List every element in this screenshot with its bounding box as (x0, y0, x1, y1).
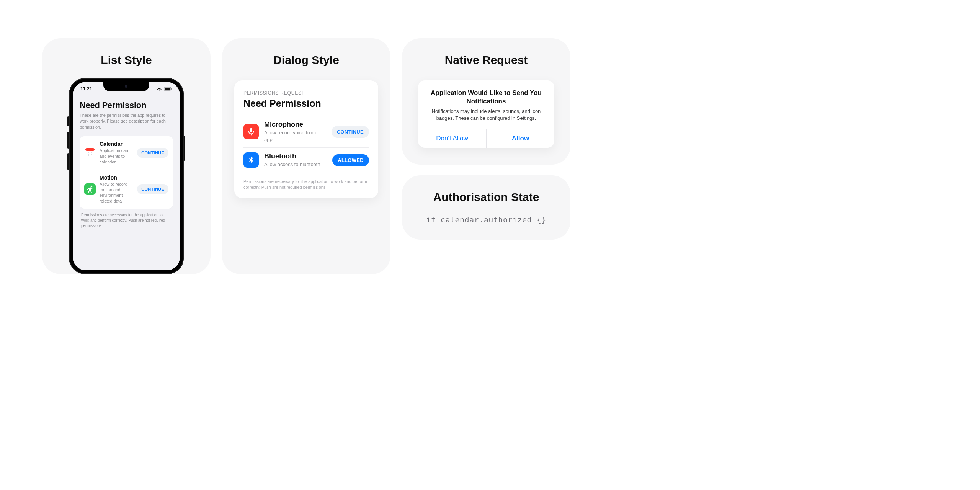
svg-point-13 (91, 154, 92, 155)
svg-point-6 (88, 152, 89, 153)
panel-title-dialog: Dialog Style (273, 54, 339, 67)
auth-code-snippet: if calendar.authorized {} (426, 215, 546, 224)
list-item-desc: Application can add events to calendar (100, 148, 133, 165)
battery-icon (164, 87, 172, 91)
dialog-item-title: Bluetooth (264, 152, 327, 160)
continue-button[interactable]: CONTINUE (137, 148, 168, 158)
permissions-card: Calendar Application can add events to c… (80, 136, 173, 209)
list-footer-note: Permissions are necessary for the applic… (80, 209, 173, 229)
calendar-icon (84, 147, 96, 158)
motion-icon (84, 183, 96, 195)
svg-rect-1 (165, 87, 170, 90)
svg-point-7 (90, 152, 90, 153)
svg-point-17 (90, 155, 90, 156)
microphone-icon (243, 124, 259, 139)
list-heading: Need Permission (80, 100, 173, 110)
panel-list-style: List Style 11:21 (42, 38, 211, 274)
dialog-item-desc: Allow record voice from app (264, 129, 322, 143)
status-time: 11:21 (80, 86, 92, 91)
svg-point-8 (91, 152, 92, 153)
list-item-desc: Allow to record motion and environment-r… (100, 181, 133, 204)
svg-point-16 (88, 155, 89, 156)
panel-title-auth: Authorisation State (433, 191, 539, 204)
native-alert-body: Notifications may include alerts, sounds… (428, 108, 544, 122)
list-item: Calendar Application can add events to c… (84, 136, 168, 170)
panel-native-request: Native Request Application Would Like to… (402, 38, 570, 165)
dialog-item: Microphone Allow record voice from app C… (243, 116, 369, 147)
list-item-title: Motion (100, 175, 133, 181)
panel-dialog-style: Dialog Style PERMISSIONS REQUEST Need Pe… (222, 38, 390, 274)
continue-button[interactable]: CONTINUE (332, 126, 369, 138)
list-item: Motion Allow to record motion and enviro… (84, 170, 168, 209)
svg-point-14 (93, 154, 93, 155)
svg-rect-2 (171, 88, 172, 90)
continue-button[interactable]: CONTINUE (137, 184, 168, 194)
phone-side-button (67, 116, 69, 126)
native-alert: Application Would Like to Send You Notif… (418, 80, 554, 148)
dont-allow-button[interactable]: Don't Allow (418, 129, 486, 148)
phone-side-button (67, 153, 69, 170)
native-alert-title: Application Would Like to Send You Notif… (428, 89, 544, 106)
svg-point-10 (87, 154, 87, 155)
wifi-icon (157, 87, 162, 91)
svg-point-12 (90, 154, 90, 155)
panel-title-native: Native Request (445, 54, 528, 67)
phone-side-button (184, 136, 185, 161)
phone-side-button (67, 132, 69, 149)
svg-point-15 (87, 155, 87, 156)
svg-point-9 (93, 152, 93, 153)
svg-point-11 (88, 154, 89, 155)
dialog-heading: Need Permission (243, 98, 369, 109)
dialog-footer-note: Permissions are necessary for the applic… (243, 179, 369, 191)
dialog-card: PERMISSIONS REQUEST Need Permission Micr… (234, 80, 378, 198)
svg-rect-4 (85, 148, 95, 151)
list-item-title: Calendar (100, 141, 133, 147)
phone-notch (103, 82, 149, 91)
dialog-item-title: Microphone (264, 121, 326, 129)
dialog-item-desc: Allow access to bluetooth (264, 161, 322, 168)
allow-button[interactable]: Allow (486, 129, 554, 148)
dialog-item: Bluetooth Allow access to bluetooth ALLO… (243, 147, 369, 173)
bluetooth-icon (243, 152, 259, 168)
allowed-badge[interactable]: ALLOWED (332, 154, 369, 166)
svg-point-19 (91, 186, 93, 188)
phone-screen: 11:21 Need Permission These are the perm… (73, 82, 180, 270)
panel-title-list: List Style (101, 54, 152, 67)
phone-frame: 11:21 Need Permission These are the perm… (69, 78, 184, 274)
svg-point-5 (87, 152, 87, 153)
dialog-eyebrow: PERMISSIONS REQUEST (243, 90, 369, 96)
list-subheading: These are the permissions the app requir… (80, 113, 173, 130)
panel-authorisation-state: Authorisation State if calendar.authoriz… (402, 175, 570, 240)
